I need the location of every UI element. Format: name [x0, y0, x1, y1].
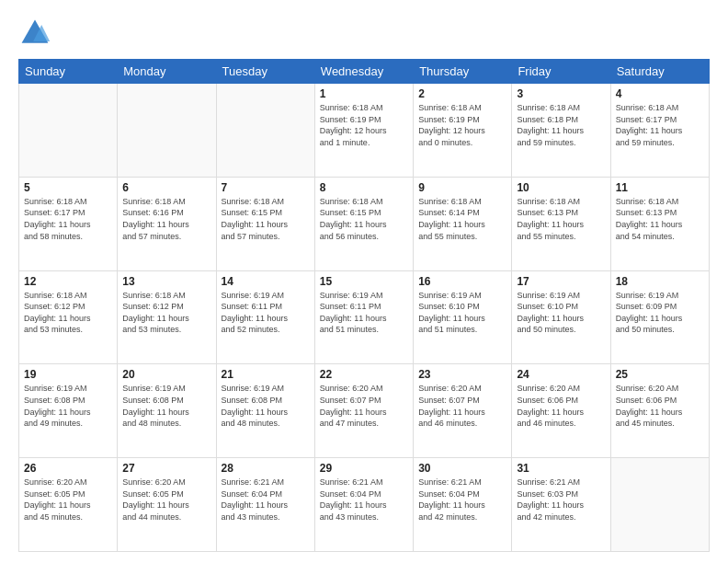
day-info: Sunrise: 6:18 AM Sunset: 6:15 PM Dayligh… — [222, 196, 310, 242]
day-info: Sunrise: 6:19 AM Sunset: 6:08 PM Dayligh… — [122, 383, 210, 429]
day-number: 12 — [24, 275, 112, 288]
day-number: 25 — [616, 368, 704, 381]
weekday-header-row: SundayMondayTuesdayWednesdayThursdayFrid… — [19, 60, 710, 84]
calendar-cell: 12Sunrise: 6:18 AM Sunset: 6:12 PM Dayli… — [19, 270, 118, 364]
calendar-cell: 24Sunrise: 6:20 AM Sunset: 6:06 PM Dayli… — [512, 364, 610, 458]
calendar-cell: 10Sunrise: 6:18 AM Sunset: 6:13 PM Dayli… — [512, 177, 610, 270]
calendar-cell: 5Sunrise: 6:18 AM Sunset: 6:17 PM Daylig… — [19, 177, 118, 270]
calendar-cell — [216, 84, 314, 178]
day-number: 23 — [418, 368, 506, 381]
calendar-cell: 9Sunrise: 6:18 AM Sunset: 6:14 PM Daylig… — [414, 177, 512, 270]
day-number: 2 — [418, 87, 506, 100]
calendar-cell: 28Sunrise: 6:21 AM Sunset: 6:04 PM Dayli… — [216, 458, 314, 552]
weekday-header-wednesday: Wednesday — [314, 60, 413, 84]
day-number: 11 — [616, 181, 704, 194]
day-number: 24 — [517, 368, 605, 381]
calendar-cell: 7Sunrise: 6:18 AM Sunset: 6:15 PM Daylig… — [216, 177, 314, 270]
calendar-cell: 29Sunrise: 6:21 AM Sunset: 6:04 PM Dayli… — [314, 458, 413, 552]
day-info: Sunrise: 6:20 AM Sunset: 6:05 PM Dayligh… — [24, 477, 112, 523]
day-info: Sunrise: 6:18 AM Sunset: 6:16 PM Dayligh… — [122, 196, 210, 242]
day-number: 18 — [616, 275, 704, 288]
day-number: 17 — [517, 275, 605, 288]
calendar-cell: 19Sunrise: 6:19 AM Sunset: 6:08 PM Dayli… — [19, 364, 118, 458]
calendar-cell: 21Sunrise: 6:19 AM Sunset: 6:08 PM Dayli… — [216, 364, 314, 458]
day-number: 13 — [122, 275, 210, 288]
calendar-week-2: 12Sunrise: 6:18 AM Sunset: 6:12 PM Dayli… — [19, 270, 710, 364]
weekday-header-sunday: Sunday — [19, 60, 118, 84]
calendar-cell: 17Sunrise: 6:19 AM Sunset: 6:10 PM Dayli… — [512, 270, 610, 364]
calendar-cell: 22Sunrise: 6:20 AM Sunset: 6:07 PM Dayli… — [314, 364, 413, 458]
day-number: 7 — [222, 181, 310, 194]
day-number: 9 — [418, 181, 506, 194]
logo-icon — [18, 17, 51, 50]
calendar-cell: 25Sunrise: 6:20 AM Sunset: 6:06 PM Dayli… — [610, 364, 709, 458]
day-info: Sunrise: 6:19 AM Sunset: 6:11 PM Dayligh… — [320, 290, 408, 336]
day-info: Sunrise: 6:18 AM Sunset: 6:15 PM Dayligh… — [320, 196, 408, 242]
calendar-cell — [118, 84, 216, 178]
calendar-cell: 31Sunrise: 6:21 AM Sunset: 6:03 PM Dayli… — [512, 458, 610, 552]
calendar-cell: 4Sunrise: 6:18 AM Sunset: 6:17 PM Daylig… — [610, 84, 709, 178]
day-number: 8 — [320, 181, 408, 194]
day-number: 6 — [122, 181, 210, 194]
day-info: Sunrise: 6:19 AM Sunset: 6:10 PM Dayligh… — [517, 290, 605, 336]
day-info: Sunrise: 6:20 AM Sunset: 6:07 PM Dayligh… — [418, 383, 506, 429]
calendar-cell: 1Sunrise: 6:18 AM Sunset: 6:19 PM Daylig… — [314, 84, 413, 178]
day-info: Sunrise: 6:20 AM Sunset: 6:07 PM Dayligh… — [320, 383, 408, 429]
day-info: Sunrise: 6:21 AM Sunset: 6:04 PM Dayligh… — [418, 477, 506, 523]
day-info: Sunrise: 6:20 AM Sunset: 6:06 PM Dayligh… — [616, 383, 704, 429]
calendar-cell: 14Sunrise: 6:19 AM Sunset: 6:11 PM Dayli… — [216, 270, 314, 364]
day-number: 14 — [222, 275, 310, 288]
day-info: Sunrise: 6:21 AM Sunset: 6:03 PM Dayligh… — [517, 477, 605, 523]
calendar-cell: 6Sunrise: 6:18 AM Sunset: 6:16 PM Daylig… — [118, 177, 216, 270]
calendar-cell: 15Sunrise: 6:19 AM Sunset: 6:11 PM Dayli… — [314, 270, 413, 364]
day-number: 31 — [517, 462, 605, 475]
header — [18, 17, 710, 50]
day-number: 3 — [517, 87, 605, 100]
day-number: 10 — [517, 181, 605, 194]
logo — [18, 17, 55, 50]
weekday-header-thursday: Thursday — [414, 60, 512, 84]
calendar-week-0: 1Sunrise: 6:18 AM Sunset: 6:19 PM Daylig… — [19, 84, 710, 178]
day-number: 29 — [320, 462, 408, 475]
day-number: 16 — [418, 275, 506, 288]
calendar-cell: 23Sunrise: 6:20 AM Sunset: 6:07 PM Dayli… — [414, 364, 512, 458]
day-info: Sunrise: 6:18 AM Sunset: 6:18 PM Dayligh… — [517, 102, 605, 148]
calendar-table: SundayMondayTuesdayWednesdayThursdayFrid… — [18, 59, 710, 552]
day-number: 22 — [320, 368, 408, 381]
calendar-cell — [19, 84, 118, 178]
calendar-cell: 8Sunrise: 6:18 AM Sunset: 6:15 PM Daylig… — [314, 177, 413, 270]
weekday-header-monday: Monday — [118, 60, 216, 84]
day-number: 27 — [122, 462, 210, 475]
day-info: Sunrise: 6:18 AM Sunset: 6:19 PM Dayligh… — [418, 102, 506, 148]
calendar-cell: 30Sunrise: 6:21 AM Sunset: 6:04 PM Dayli… — [414, 458, 512, 552]
calendar-week-1: 5Sunrise: 6:18 AM Sunset: 6:17 PM Daylig… — [19, 177, 710, 270]
day-info: Sunrise: 6:19 AM Sunset: 6:08 PM Dayligh… — [222, 383, 310, 429]
day-info: Sunrise: 6:18 AM Sunset: 6:13 PM Dayligh… — [616, 196, 704, 242]
day-number: 1 — [320, 87, 408, 100]
calendar-cell: 16Sunrise: 6:19 AM Sunset: 6:10 PM Dayli… — [414, 270, 512, 364]
calendar-cell: 11Sunrise: 6:18 AM Sunset: 6:13 PM Dayli… — [610, 177, 709, 270]
day-info: Sunrise: 6:19 AM Sunset: 6:10 PM Dayligh… — [418, 290, 506, 336]
day-info: Sunrise: 6:19 AM Sunset: 6:08 PM Dayligh… — [24, 383, 112, 429]
day-info: Sunrise: 6:18 AM Sunset: 6:12 PM Dayligh… — [24, 290, 112, 336]
calendar-cell: 3Sunrise: 6:18 AM Sunset: 6:18 PM Daylig… — [512, 84, 610, 178]
calendar-cell: 27Sunrise: 6:20 AM Sunset: 6:05 PM Dayli… — [118, 458, 216, 552]
calendar-cell: 26Sunrise: 6:20 AM Sunset: 6:05 PM Dayli… — [19, 458, 118, 552]
calendar-week-3: 19Sunrise: 6:19 AM Sunset: 6:08 PM Dayli… — [19, 364, 710, 458]
day-info: Sunrise: 6:20 AM Sunset: 6:05 PM Dayligh… — [122, 477, 210, 523]
day-number: 26 — [24, 462, 112, 475]
day-info: Sunrise: 6:20 AM Sunset: 6:06 PM Dayligh… — [517, 383, 605, 429]
weekday-header-saturday: Saturday — [610, 60, 709, 84]
calendar-cell: 20Sunrise: 6:19 AM Sunset: 6:08 PM Dayli… — [118, 364, 216, 458]
day-info: Sunrise: 6:18 AM Sunset: 6:12 PM Dayligh… — [122, 290, 210, 336]
day-info: Sunrise: 6:19 AM Sunset: 6:09 PM Dayligh… — [616, 290, 704, 336]
weekday-header-friday: Friday — [512, 60, 610, 84]
day-info: Sunrise: 6:18 AM Sunset: 6:19 PM Dayligh… — [320, 102, 408, 148]
day-number: 30 — [418, 462, 506, 475]
day-number: 4 — [616, 87, 704, 100]
day-info: Sunrise: 6:21 AM Sunset: 6:04 PM Dayligh… — [320, 477, 408, 523]
calendar-cell — [610, 458, 709, 552]
day-info: Sunrise: 6:19 AM Sunset: 6:11 PM Dayligh… — [222, 290, 310, 336]
day-number: 15 — [320, 275, 408, 288]
page: SundayMondayTuesdayWednesdayThursdayFrid… — [0, 0, 728, 563]
